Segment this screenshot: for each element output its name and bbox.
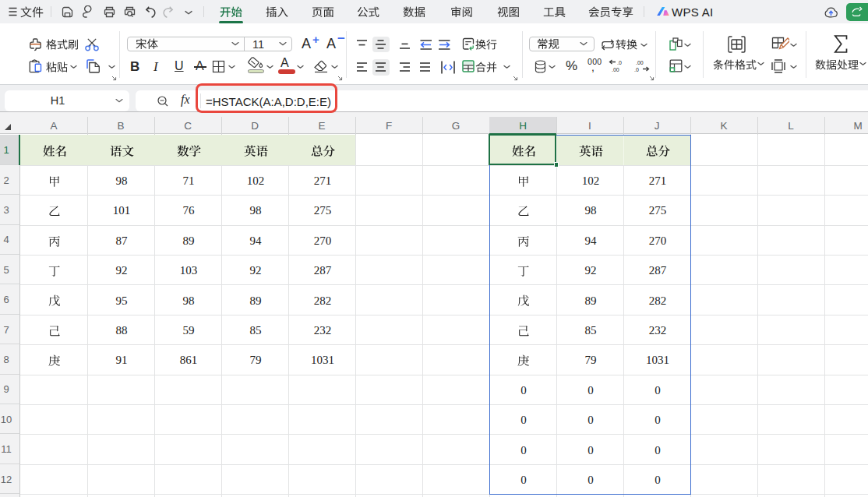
svg-text:.00: .00 [612, 67, 619, 72]
svg-text:.0: .0 [634, 67, 639, 72]
svg-text:.0: .0 [617, 60, 622, 65]
svg-text:.00: .00 [636, 60, 644, 65]
